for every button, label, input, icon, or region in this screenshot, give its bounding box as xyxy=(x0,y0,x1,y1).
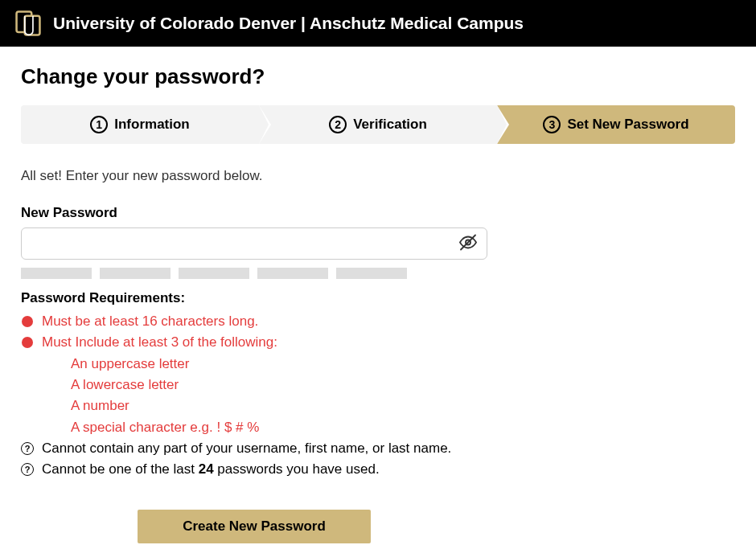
password-strength-meter xyxy=(21,268,735,279)
step-number: 2 xyxy=(329,116,347,133)
requirement-sub-item: A lowercase letter xyxy=(71,375,735,395)
requirement-sub-item: An uppercase letter xyxy=(71,354,735,375)
requirement-text: Must Include at least 3 of the following… xyxy=(42,332,277,353)
site-header: University of Colorado Denver | Anschutz… xyxy=(0,0,756,47)
question-icon: ? xyxy=(21,463,34,476)
requirement-text: Cannot contain any part of your username… xyxy=(42,438,451,459)
requirement-item: Must be at least 16 characters long. xyxy=(21,311,735,332)
step-label: Information xyxy=(114,117,190,133)
step-information: 1 Information xyxy=(21,105,259,144)
strength-bar xyxy=(100,268,171,279)
stepper: 1 Information 2 Verification 3 Set New P… xyxy=(21,105,735,144)
strength-bar xyxy=(336,268,407,279)
eye-slash-icon xyxy=(458,243,478,255)
requirement-info-item: ? Cannot contain any part of your userna… xyxy=(21,438,735,459)
requirement-item: Must Include at least 3 of the following… xyxy=(21,332,735,353)
main-content: Change your password? 1 Information 2 Ve… xyxy=(0,47,756,545)
requirement-info-item: ? Cannot be one of the last 24 passwords… xyxy=(21,459,735,480)
step-number: 1 xyxy=(90,116,108,133)
step-number: 3 xyxy=(543,116,561,133)
step-verification: 2 Verification xyxy=(259,105,497,144)
step-label: Set New Password xyxy=(567,117,688,133)
requirements-title: Password Requirements: xyxy=(21,290,735,306)
status-dot-icon xyxy=(21,336,34,349)
toggle-password-visibility-button[interactable] xyxy=(455,230,481,258)
requirements-list: Must be at least 16 characters long. Mus… xyxy=(21,311,735,354)
cu-logo-icon xyxy=(14,10,42,37)
submit-row: Create New Password Need help? xyxy=(21,510,487,545)
instruction-text: All set! Enter your new password below. xyxy=(21,168,735,184)
strength-bar xyxy=(21,268,92,279)
requirement-text: Must be at least 16 characters long. xyxy=(42,311,258,332)
status-dot-icon xyxy=(21,315,34,328)
new-password-input[interactable] xyxy=(21,227,487,260)
step-set-new-password: 3 Set New Password xyxy=(497,105,735,144)
site-title: University of Colorado Denver | Anschutz… xyxy=(53,14,524,33)
requirements-info-list: ? Cannot contain any part of your userna… xyxy=(21,438,735,481)
requirements-sublist: An uppercase letter A lowercase letter A… xyxy=(21,354,735,438)
page-title: Change your password? xyxy=(21,64,735,89)
strength-bar xyxy=(257,268,328,279)
requirement-sub-item: A number xyxy=(71,395,735,416)
requirement-sub-item: A special character e.g. ! $ # % xyxy=(71,417,735,438)
step-label: Verification xyxy=(353,117,427,133)
create-new-password-button[interactable]: Create New Password xyxy=(138,510,371,543)
question-icon: ? xyxy=(21,442,34,455)
new-password-label: New Password xyxy=(21,205,735,221)
strength-bar xyxy=(179,268,249,279)
new-password-input-wrap xyxy=(21,227,487,260)
requirement-text: Cannot be one of the last 24 passwords y… xyxy=(42,459,380,480)
